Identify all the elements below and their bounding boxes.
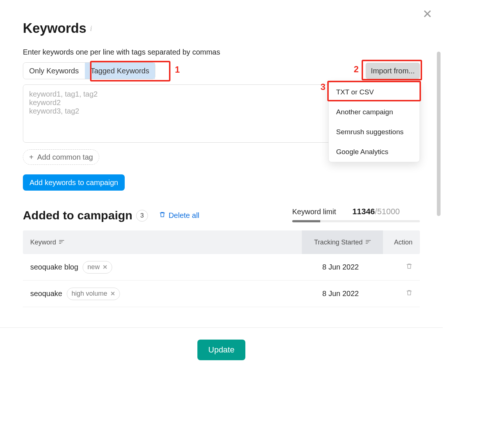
import-wrapper: Import from... 2 3 TXT or CSV Another ca… <box>366 63 420 79</box>
page-title-text: Keywords <box>23 21 86 36</box>
content-area: Keywords i Enter keywords one per line w… <box>0 0 443 327</box>
update-button[interactable]: Update <box>197 340 246 360</box>
mode-row: Only Keywords Tagged Keywords 1 Import f… <box>23 62 420 79</box>
limit-label: Keyword limit <box>292 208 336 216</box>
annotation-number-3: 3 <box>321 82 325 92</box>
added-title-text: Added to campaign <box>23 209 132 222</box>
remove-tag-icon[interactable]: ✕ <box>110 290 115 297</box>
tag-chip: high volume ✕ <box>67 288 120 300</box>
row-date-cell: 8 Jun 2022 <box>302 263 379 271</box>
added-left: Added to campaign 3 Delete all <box>23 209 199 222</box>
add-keywords-button[interactable]: Add keywords to campaign <box>23 174 125 191</box>
delete-row-icon[interactable] <box>406 290 412 298</box>
tag-chip: new ✕ <box>83 261 112 274</box>
row-keyword-text: seoquake blog <box>30 263 78 271</box>
row-date-cell: 8 Jun 2022 <box>302 289 379 298</box>
tab-only-keywords[interactable]: Only Keywords <box>23 63 85 79</box>
delete-all-link[interactable]: Delete all <box>159 211 199 220</box>
column-tracking-label: Tracking Started <box>314 239 362 246</box>
description-text: Enter keywords one per line with tags se… <box>23 48 420 56</box>
limit-progress-fill <box>292 220 320 222</box>
limit-used: 11346 <box>352 207 375 216</box>
import-from-button[interactable]: Import from... <box>366 63 420 79</box>
row-action-cell <box>379 289 412 298</box>
annotation-number-2: 2 <box>354 64 359 74</box>
limit-row: Keyword limit 11346/51000 <box>292 207 420 216</box>
add-common-tag-button[interactable]: + Add common tag <box>23 149 99 165</box>
keywords-modal: ✕ Keywords i Enter keywords one per line… <box>0 0 443 372</box>
modal-footer: Update <box>0 327 443 372</box>
column-header-keyword[interactable]: Keyword <box>30 239 302 246</box>
delete-row-icon[interactable] <box>406 263 412 271</box>
tab-group: Only Keywords Tagged Keywords 1 <box>23 62 155 79</box>
added-title: Added to campaign 3 <box>23 209 148 222</box>
row-keyword-cell: seoquake blog new ✕ <box>30 261 302 274</box>
table-row: seoquake high volume ✕ 8 Jun 2022 <box>23 281 420 307</box>
scrollbar[interactable] <box>437 52 441 216</box>
added-count-badge: 3 <box>136 210 148 222</box>
tab-pill: Only Keywords Tagged Keywords <box>23 62 155 79</box>
added-header-row: Added to campaign 3 Delete all Keyword l… <box>23 207 420 222</box>
import-option-semrush-suggestions[interactable]: Semrush suggestions <box>329 122 420 142</box>
info-icon[interactable]: i <box>90 24 92 33</box>
keyword-limit-block: Keyword limit 11346/51000 <box>292 207 420 222</box>
tag-label: high volume <box>72 290 107 298</box>
row-keyword-text: seoquake <box>30 289 62 298</box>
trash-icon <box>159 211 166 220</box>
table-header: Keyword Tracking Started Action <box>23 230 420 254</box>
tab-tagged-keywords[interactable]: Tagged Keywords <box>85 63 155 79</box>
row-action-cell <box>379 263 412 272</box>
sort-icon <box>59 239 64 245</box>
column-keyword-label: Keyword <box>30 239 56 246</box>
column-header-tracking[interactable]: Tracking Started <box>302 230 383 254</box>
tag-label: new <box>87 263 100 271</box>
delete-all-label: Delete all <box>169 211 199 220</box>
page-title: Keywords i <box>23 21 420 36</box>
limit-total: 51000 <box>377 207 400 216</box>
column-header-action: Action <box>379 239 412 246</box>
column-action-label: Action <box>394 239 412 246</box>
limit-numbers: 11346/51000 <box>352 207 400 216</box>
limit-progress-bar <box>292 220 420 222</box>
import-dropdown: TXT or CSV Another campaign Semrush sugg… <box>328 82 420 162</box>
plus-icon: + <box>29 153 34 161</box>
annotation-number-1: 1 <box>175 65 180 75</box>
import-option-google-analytics[interactable]: Google Analytics <box>329 142 420 162</box>
remove-tag-icon[interactable]: ✕ <box>103 264 107 271</box>
add-common-tag-label: Add common tag <box>37 153 93 161</box>
import-option-another-campaign[interactable]: Another campaign <box>329 102 420 122</box>
sort-icon <box>366 239 371 245</box>
table-row: seoquake blog new ✕ 8 Jun 2022 <box>23 254 420 281</box>
row-keyword-cell: seoquake high volume ✕ <box>30 288 302 300</box>
import-option-txt-csv[interactable]: TXT or CSV <box>329 82 420 102</box>
